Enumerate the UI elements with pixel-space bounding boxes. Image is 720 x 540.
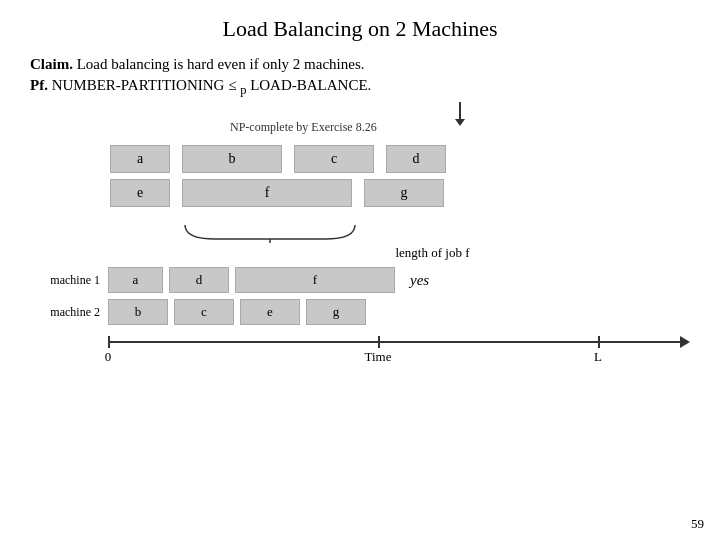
- claim-body: Load balancing is hard even if only 2 ma…: [73, 56, 365, 72]
- timeline-arrow: [680, 336, 690, 348]
- job-box-b: b: [182, 145, 282, 173]
- claim-text: Claim. Load balancing is hard even if on…: [30, 56, 690, 73]
- machine-1-row: machine 1 a d f yes: [50, 267, 690, 293]
- tick-middle: [378, 336, 380, 348]
- machine-1-label: machine 1: [50, 273, 108, 288]
- timeline-line: [108, 341, 688, 343]
- machines-section: machine 1 a d f yes machine 2 b c e g: [50, 267, 690, 325]
- pf-label: Pf.: [30, 77, 48, 93]
- np-arrow: [459, 102, 461, 120]
- brace-svg: [175, 221, 365, 243]
- job-box-f: f: [182, 179, 352, 207]
- pf-subscript: p: [240, 83, 246, 97]
- page-number: 59: [691, 516, 704, 532]
- machine-2-job-c: c: [174, 299, 234, 325]
- np-label: NP-complete by Exercise 8.26: [230, 120, 377, 135]
- claim-label: Claim.: [30, 56, 73, 72]
- page: Load Balancing on 2 Machines Claim. Load…: [0, 0, 720, 540]
- machine-2-job-b: b: [108, 299, 168, 325]
- np-section: NP-complete by Exercise 8.26: [230, 102, 690, 135]
- machine-1-job-f: f: [235, 267, 395, 293]
- machine-2-job-e: e: [240, 299, 300, 325]
- machine-1-job-a: a: [108, 267, 163, 293]
- pf-text: Pf. NUMBER-PARTITIONING ≤ p LOAD-BALANCE…: [30, 77, 690, 98]
- tick-0: [108, 336, 110, 348]
- tick-l-label: L: [594, 349, 602, 365]
- brace-section: length of job f: [175, 221, 690, 261]
- machine-1-job-d: d: [169, 267, 229, 293]
- tick-l: [598, 336, 600, 348]
- job-row-1: a b c d: [110, 145, 450, 173]
- job-box-g: g: [364, 179, 444, 207]
- job-box-a: a: [110, 145, 170, 173]
- machine-2-label: machine 2: [50, 305, 108, 320]
- machine-2-row: machine 2 b c e g: [50, 299, 690, 325]
- job-row-2: e f g: [110, 179, 448, 207]
- machine-2-job-g: g: [306, 299, 366, 325]
- timeline: 0 Time L: [108, 333, 688, 361]
- brace-label: length of job f: [175, 245, 690, 261]
- job-box-c: c: [294, 145, 374, 173]
- tick-middle-label: Time: [365, 349, 392, 365]
- page-title: Load Balancing on 2 Machines: [30, 10, 690, 42]
- job-box-d: d: [386, 145, 446, 173]
- jobs-section: a b c d e f g: [110, 145, 690, 213]
- yes-label: yes: [410, 272, 429, 289]
- job-box-e: e: [110, 179, 170, 207]
- tick-0-label: 0: [105, 349, 112, 365]
- pf-body: NUMBER-PARTITIONING ≤ p LOAD-BALANCE.: [48, 77, 371, 93]
